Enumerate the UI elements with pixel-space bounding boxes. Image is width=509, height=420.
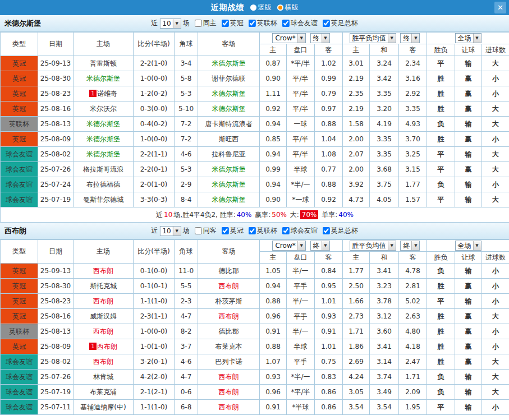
home-team-cell: 林肯城 <box>74 370 134 385</box>
type-cell: 球会友谊 <box>1 147 38 162</box>
col-result-goals: 进球数 <box>482 44 509 56</box>
summary-segment: 40% <box>237 211 252 219</box>
asia-final-select[interactable]: 终▼ <box>310 241 330 251</box>
team-name: 普雷斯顿 <box>90 59 117 67</box>
euro-final-select[interactable]: 终▼ <box>400 33 420 43</box>
col-type: 类型 <box>1 240 38 264</box>
match-count-select[interactable]: 10 ▼ <box>159 19 181 29</box>
fulltime-select[interactable]: 全场▼ <box>455 33 482 43</box>
score-cell: 2-0(1-0) <box>134 177 175 192</box>
asia-away-odds-cell: 0.92 <box>315 192 343 207</box>
date-cell: 25-08-02 <box>38 147 74 162</box>
col-euro-away: 客 <box>399 252 427 264</box>
league-filter-fa-cup[interactable]: 英足总杯 <box>319 226 358 236</box>
radio-horizontal-label[interactable]: 横版 <box>285 3 299 12</box>
date-cell: 25-09-13 <box>38 56 74 71</box>
team-name: 布拉德福德 <box>86 181 120 188</box>
league-filter-efl-cup[interactable]: 英联杯 <box>245 226 277 236</box>
league-filter-fa-cup[interactable]: 英足总杯 <box>319 19 358 28</box>
result-handicap-cell: 赢 <box>455 132 482 147</box>
handicap-cell: *半球 <box>287 400 315 415</box>
layout-radio-vertical[interactable] <box>250 4 256 11</box>
layout-radio-horizontal[interactable] <box>277 4 283 11</box>
result-wdl-cell: 负 <box>427 117 455 132</box>
same-venue-filter[interactable]: 同客 <box>191 226 217 236</box>
handicap-cell: 半球 <box>287 339 315 354</box>
league-filter-championship[interactable]: 英冠 <box>218 19 244 28</box>
asia-home-odds-cell: 0.90 <box>260 192 287 207</box>
euro-away-odds-cell: 2.81 <box>399 279 427 294</box>
euro-avg-select[interactable]: 胜平负均值▼ <box>350 33 396 43</box>
euro-final-select[interactable]: 终▼ <box>400 241 420 251</box>
date-cell: 25-08-09 <box>38 339 74 354</box>
type-cell: 英冠 <box>1 86 38 101</box>
friendly-checkbox[interactable] <box>282 227 290 234</box>
date-cell: 25-08-13 <box>38 117 74 132</box>
type-cell: 英冠 <box>1 71 38 86</box>
euro-away-odds-cell: 2.47 <box>399 354 427 370</box>
match-row: 球会友谊25-07-11基辅迪纳摩(中)1-1(1-0)6-8西布朗0.91*半… <box>1 400 509 415</box>
efl-cup-label: 英联杯 <box>257 19 277 28</box>
match-count-select[interactable]: 10 ▼ <box>159 226 181 236</box>
away-team-cell: 德比郡 <box>198 324 260 339</box>
col-away: 客场 <box>198 240 260 264</box>
euro-draw-odds-cell: 3.41 <box>370 264 399 279</box>
corners-cell: 4-6 <box>175 147 198 162</box>
team-name: 米德尔斯堡 <box>212 165 246 173</box>
result-wdl-cell: 胜 <box>427 71 455 86</box>
col-type: 类型 <box>1 33 38 56</box>
col-date: 日期 <box>38 33 74 56</box>
close-button[interactable]: ✕ <box>494 2 506 13</box>
team-name: 米尔沃尔 <box>90 105 117 113</box>
result-goals-cell: 小 <box>482 294 509 309</box>
radio-vertical-label[interactable]: 竖版 <box>258 3 272 12</box>
asia-final-select[interactable]: 终▼ <box>310 33 330 43</box>
euro-draw-odds-cell: 3.41 <box>370 339 399 354</box>
league-filter-championship[interactable]: 英冠 <box>218 226 244 236</box>
fulltime-select[interactable]: 全场▼ <box>455 241 482 251</box>
team-name: 拉科鲁尼亚 <box>212 150 246 158</box>
team-name: 基辅迪纳摩(中) <box>80 403 126 411</box>
euro-draw-odds-cell: 3.60 <box>370 324 399 339</box>
corners-cell: 0-6 <box>175 385 198 400</box>
league-filter-efl-cup[interactable]: 英联杯 <box>245 19 277 28</box>
team-name: 西布朗 <box>93 297 113 305</box>
efl-cup-checkbox[interactable] <box>249 227 256 234</box>
away-team-cell: 米德尔斯堡 <box>198 56 260 71</box>
date-cell: 25-08-16 <box>38 101 74 117</box>
corners-cell: 4-7 <box>175 309 198 324</box>
asia-away-odds-cell: 0.84 <box>315 264 343 279</box>
euro-draw-odds-cell: 3.74 <box>370 370 399 385</box>
euro-avg-select[interactable]: 胜平负均值▼ <box>350 241 396 251</box>
euro-draw-odds-cell: 3.35 <box>370 132 399 147</box>
home-team-cell: 米德尔斯堡 <box>74 132 134 147</box>
col-date: 日期 <box>38 240 74 264</box>
fa-cup-checkbox[interactable] <box>323 227 330 234</box>
type-cell: 球会友谊 <box>1 370 38 385</box>
chevron-down-icon: ▼ <box>173 19 181 28</box>
summary-cell: 近10场,胜4平4负2, 胜率:40% 赢率:50% 大:70% 单率:40% <box>1 207 509 223</box>
odds-source-select[interactable]: Crow*▼ <box>272 33 305 43</box>
championship-checkbox[interactable] <box>222 227 229 234</box>
handicap-cell: 平/半 <box>287 147 315 162</box>
same-venue-checkbox[interactable] <box>195 227 202 234</box>
handicap-cell: *半/一 <box>287 370 315 385</box>
games-label: 场 <box>183 226 190 236</box>
asia-home-odds-cell: 1.05 <box>260 264 287 279</box>
result-handicap-cell: 输 <box>455 147 482 162</box>
league-filter-friendly[interactable]: 球会友谊 <box>279 226 318 236</box>
euro-away-odds-cell: 1.95 <box>399 400 427 415</box>
odds-source-select[interactable]: Crow*▼ <box>272 241 305 251</box>
league-filter-friendly[interactable]: 球会友谊 <box>279 19 318 28</box>
same-venue-checkbox[interactable] <box>195 20 202 27</box>
friendly-checkbox[interactable] <box>282 20 290 27</box>
chevron-down-icon: ▼ <box>322 34 329 43</box>
type-cell: 球会友谊 <box>1 354 38 370</box>
fa-cup-checkbox[interactable] <box>323 20 330 27</box>
score-cell: 2-2(0-1) <box>134 162 175 177</box>
efl-cup-checkbox[interactable] <box>249 20 256 27</box>
same-venue-filter[interactable]: 同主 <box>191 19 217 28</box>
team-name: 米德尔斯堡 <box>212 59 246 67</box>
chevron-down-icon: ▼ <box>473 34 481 43</box>
championship-checkbox[interactable] <box>222 20 229 27</box>
